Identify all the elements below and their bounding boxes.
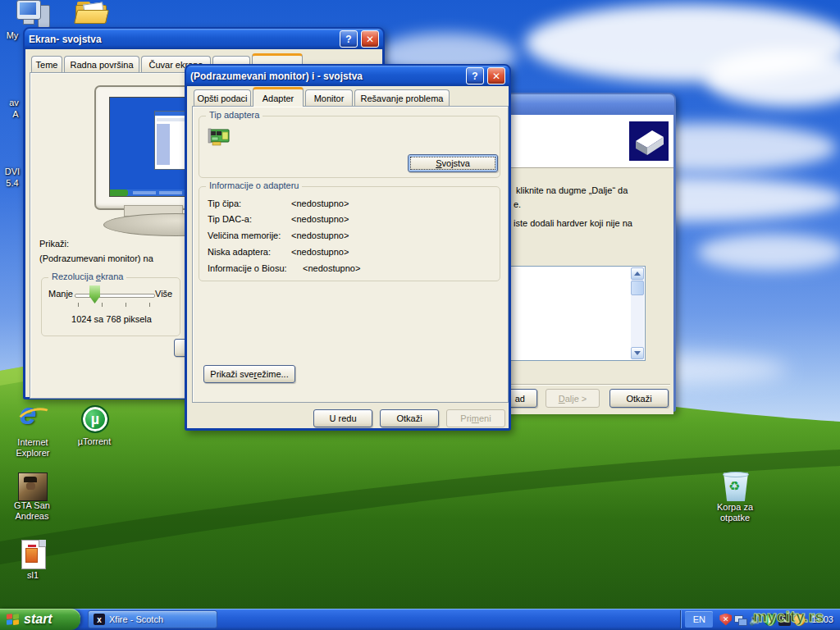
scroll-up-button[interactable] <box>631 267 644 280</box>
bin-rim <box>723 472 749 477</box>
scroll-thumb[interactable] <box>631 281 644 295</box>
resolution-slider-track[interactable] <box>75 294 155 298</box>
task-label: Xfire - Scotch <box>109 614 163 624</box>
gta-san-andreas-label[interactable]: GTA San Andreas <box>0 500 64 522</box>
close-button[interactable]: ✕ <box>487 67 505 84</box>
edge-label-fragment: av <box>5 98 23 108</box>
recycle-bin-icon[interactable]: ♻ <box>722 472 750 501</box>
computer-stand <box>23 19 34 25</box>
show-all-modes-button[interactable]: Prikaži sve režime... <box>203 365 295 383</box>
mini-task <box>133 191 156 194</box>
resolution-groupbox: Rezolucija ekrana Manje Više 1024 sa 768… <box>41 277 180 336</box>
hardware-icon <box>629 121 669 161</box>
edge-label-fragment: 5.4 <box>2 178 23 189</box>
my-computer-label[interactable]: My <box>2 30 23 41</box>
monitor-preview-screen <box>109 97 196 197</box>
utorrent-label[interactable]: µTorrent <box>62 436 127 447</box>
gta-face <box>26 482 35 490</box>
adapter-info-groupbox: Informacije o adapteru Tip čipa: <nedost… <box>199 186 500 281</box>
video-adapter-icon <box>208 124 232 148</box>
wizard-text-line1: kliknite na dugme „Dalje“ da <box>516 185 628 195</box>
adapter-type-groupbox: Tip adaptera Svojstva <box>199 116 500 178</box>
sl1-mark <box>28 545 36 547</box>
tab-opsti-podaci[interactable]: Opšti podaci <box>194 89 251 107</box>
language-indicator[interactable]: EN <box>685 611 713 628</box>
resolution-group-label: Rezolucija ekrana <box>48 272 126 281</box>
scroll-down-button[interactable] <box>631 347 644 359</box>
start-button[interactable]: start <box>0 609 80 630</box>
wizard-text-line3: iste dodali hardver koji nije na <box>514 218 632 228</box>
window-title: Ekran- svojstva <box>29 34 336 45</box>
utorrent-icon[interactable]: µ <box>81 405 109 433</box>
network-icon[interactable] <box>734 614 746 626</box>
slider-more-label: Više <box>155 289 172 299</box>
security-alert-icon[interactable]: ✕ <box>719 614 732 626</box>
next-button[interactable]: Dalje > <box>546 389 600 408</box>
info-value: <nedostupno> <box>291 231 349 240</box>
info-label: Tip čipa: <box>208 199 241 208</box>
recycle-bin-label[interactable]: Korpa za otpatke <box>702 502 768 523</box>
slider-tick <box>149 303 150 307</box>
help-button[interactable]: ? <box>340 30 358 48</box>
window-title: (Podrazumevani monitor) i - svojstva <box>190 71 463 82</box>
monitor-properties-window: (Podrazumevani monitor) i - svojstva ? ✕… <box>185 64 511 431</box>
sl1-icon[interactable] <box>21 540 46 569</box>
monitor-properties-titlebar[interactable]: (Podrazumevani monitor) i - svojstva ? ✕ <box>186 66 509 86</box>
info-label: Niska adaptera: <box>208 247 271 257</box>
internet-explorer-icon[interactable]: e <box>18 404 49 435</box>
chevron-up-icon <box>634 268 641 276</box>
tray-divider <box>681 610 682 628</box>
sl1-label[interactable]: sl1 <box>0 570 66 581</box>
info-value: <nedostupno> <box>291 199 349 208</box>
page-fold <box>39 540 46 547</box>
folder-icon[interactable] <box>75 2 108 25</box>
resolution-value: 1024 sa 768 piksela <box>42 314 181 324</box>
apply-button[interactable]: Primeni <box>446 409 505 427</box>
folder-front <box>74 10 109 24</box>
sl1-graphic <box>25 548 38 563</box>
slider-less-label: Manje <box>48 289 73 299</box>
slider-tick <box>126 303 126 307</box>
mini-taskbar <box>110 189 195 196</box>
info-label: Veličina memorije: <box>208 231 281 240</box>
show-value: (Podrazumevani monitor) na <box>39 253 153 263</box>
windows-logo-icon <box>7 613 20 627</box>
show-label: Prikaži: <box>39 239 69 249</box>
tab-monitor[interactable]: Monitor <box>305 89 353 107</box>
display-properties-titlebar[interactable]: Ekran- svojstva ? ✕ <box>25 29 383 49</box>
mini-toolbar <box>157 118 188 121</box>
tab-adapter-active[interactable]: Adapter <box>253 87 304 107</box>
resolution-slider-thumb[interactable] <box>89 285 100 304</box>
gta-cap <box>24 477 37 482</box>
listbox-scrollbar[interactable] <box>631 267 644 359</box>
wizard-text-line2: e. <box>514 199 521 209</box>
slider-tick <box>102 303 103 307</box>
chevron-down-icon <box>634 351 641 358</box>
cancel-button[interactable]: Otkaži <box>380 409 439 427</box>
close-button[interactable]: ✕ <box>361 30 379 48</box>
info-label: Tip DAC-a: <box>208 214 252 224</box>
ok-button[interactable]: U redu <box>313 409 372 427</box>
mini-start <box>110 189 128 196</box>
recycle-arrows: ♻ <box>728 478 740 494</box>
help-button[interactable]: ? <box>466 67 484 84</box>
gta-san-andreas-icon[interactable] <box>18 472 48 501</box>
watermark: mycity.rs <box>753 608 824 626</box>
adapter-type-group-label: Tip adaptera <box>206 110 262 120</box>
tab-teme[interactable]: Teme <box>31 56 62 73</box>
computer-screen <box>20 2 36 15</box>
tab-radna-povrsina[interactable]: Radna površina <box>64 56 139 73</box>
taskbar-task-xfire[interactable]: x Xfire - Scotch <box>88 610 217 628</box>
info-value: <nedostupno> <box>303 263 360 273</box>
start-label: start <box>24 612 52 627</box>
info-value: <nedostupno> <box>291 247 349 257</box>
my-computer-icon[interactable] <box>16 0 52 30</box>
info-value: <nedostupno> <box>291 214 349 224</box>
mini-sidebar <box>157 124 170 165</box>
tab-resavanje-problema[interactable]: Rešavanje problema <box>354 89 450 107</box>
slider-tick <box>78 303 79 307</box>
wizard-cancel-button[interactable]: Otkaži <box>609 389 669 408</box>
internet-explorer-label[interactable]: Internet Explorer <box>0 437 66 459</box>
svojstva-button[interactable]: Svojstva <box>408 154 498 172</box>
info-label: Informacije o Biosu: <box>208 263 287 273</box>
